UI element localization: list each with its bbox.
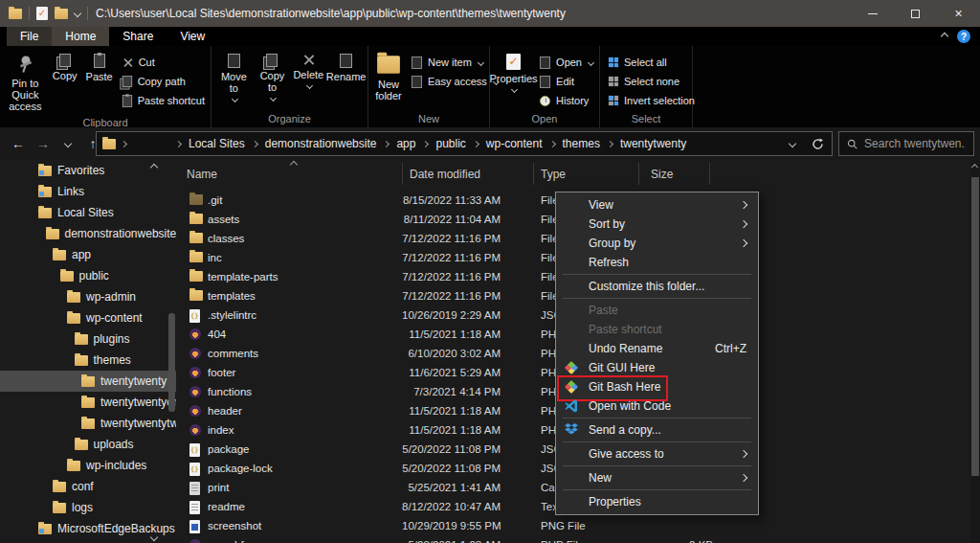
ribbon-button-easy-access[interactable]: Easy access: [407, 73, 502, 90]
search-box[interactable]: [838, 131, 974, 156]
breadcrumb-segment[interactable]: themes: [557, 137, 606, 150]
ribbon-button-move-to[interactable]: Move to: [215, 50, 253, 105]
ribbon-button-copy-to[interactable]: Copy to: [255, 50, 291, 104]
sidebar-item-plugins[interactable]: plugins: [0, 328, 176, 350]
scrollbar-up-icon[interactable]: [971, 164, 978, 170]
sidebar-item-uploads[interactable]: uploads: [0, 434, 176, 455]
sidebar-item-themes[interactable]: themes: [0, 350, 176, 371]
ribbon-button-copy-path[interactable]: Copy path: [118, 73, 209, 90]
breadcrumb-chevron-icon[interactable]: [422, 140, 429, 147]
column-header-date-modified[interactable]: Date modified: [410, 168, 480, 181]
ribbon-button-cut[interactable]: Cut: [118, 54, 209, 71]
breadcrumb-segment[interactable]: Local Sites: [183, 137, 251, 150]
ribbon-button-new-item[interactable]: New item: [407, 54, 502, 71]
breadcrumb-segment[interactable]: wp-content: [480, 137, 548, 150]
column-separator[interactable]: [709, 163, 710, 185]
ribbon-button-open[interactable]: Open: [535, 54, 597, 71]
collapse-ribbon-icon[interactable]: [941, 33, 948, 40]
sidebar-item-twentytwentytwo[interactable]: twentytwentytwo: [0, 413, 176, 434]
menu-item-new[interactable]: New: [556, 468, 758, 487]
customize-qat-chevron-icon[interactable]: [74, 10, 81, 17]
breadcrumb-segment[interactable]: demonstrationwebsite: [259, 137, 383, 150]
menu-item-git-bash-here[interactable]: Git Bash Here: [556, 377, 758, 396]
menu-item-properties[interactable]: Properties: [556, 492, 758, 511]
sidebar-item-app[interactable]: app: [0, 244, 176, 265]
forward-button[interactable]: →: [31, 131, 56, 156]
search-input[interactable]: [864, 137, 966, 150]
sidebar-item-wp-content[interactable]: wp-content: [0, 307, 176, 328]
tab-view[interactable]: View: [167, 27, 218, 46]
ribbon-button-edit[interactable]: Edit: [535, 73, 597, 90]
sidebar-item-favorites[interactable]: Favorites: [0, 160, 176, 181]
menu-item-undo-rename[interactable]: Undo RenameCtrl+Z: [556, 339, 758, 358]
help-icon[interactable]: ?: [957, 30, 970, 43]
ribbon-button-rename[interactable]: Rename: [326, 50, 366, 86]
sidebar-item-links[interactable]: Links: [0, 181, 176, 202]
ribbon-button-history[interactable]: History: [535, 92, 597, 109]
sidebar-item-wp-includes[interactable]: wp-includes: [0, 455, 176, 476]
breadcrumb-segment[interactable]: app: [390, 137, 421, 150]
ribbon-button-paste-shortcut[interactable]: Paste shortcut: [118, 92, 209, 109]
column-header-size[interactable]: Size: [651, 168, 673, 181]
column-separator[interactable]: [638, 163, 639, 185]
ribbon-button-select-none[interactable]: Select none: [604, 73, 699, 90]
menu-item-sort-by[interactable]: Sort by: [556, 215, 758, 234]
table-row[interactable]: searchform5/28/2021 1:28 AMPHP File2 KB: [176, 536, 980, 543]
sidebar-scrollbar-thumb[interactable]: [168, 313, 175, 412]
sidebar-item-public[interactable]: public: [0, 265, 176, 286]
column-separator[interactable]: [402, 163, 403, 185]
breadcrumb-chevron-icon[interactable]: [607, 140, 613, 147]
column-separator[interactable]: [533, 163, 534, 185]
recent-locations-chevron[interactable]: [56, 131, 80, 156]
breadcrumb-chevron-icon[interactable]: [473, 140, 479, 147]
breadcrumb-chevron-icon[interactable]: [548, 140, 555, 147]
tab-home[interactable]: Home: [52, 27, 109, 46]
menu-item-view[interactable]: View: [556, 195, 758, 215]
ribbon-button-properties[interactable]: ✓Properties: [494, 50, 533, 96]
sidebar-item-local-sites[interactable]: Local Sites: [0, 202, 176, 223]
menu-item-open-with-code[interactable]: Open with Code: [556, 396, 758, 416]
ribbon-button-pin-to-quick-access[interactable]: Pin to Quick access: [4, 50, 47, 116]
tab-file[interactable]: File: [7, 27, 52, 46]
menu-item-paste[interactable]: Paste: [556, 301, 758, 320]
minimize-button[interactable]: [851, 0, 894, 27]
ribbon-button-invert-selection[interactable]: Invert selection: [604, 92, 699, 109]
scrollbar-thumb[interactable]: [971, 177, 979, 476]
menu-item-git-gui-here[interactable]: Git GUI Here: [556, 358, 758, 377]
menu-item-group-by[interactable]: Group by: [556, 234, 758, 253]
sidebar-item-wp-admin[interactable]: wp-admin: [0, 286, 176, 307]
back-button[interactable]: ←: [6, 131, 31, 156]
close-button[interactable]: ×: [937, 0, 980, 27]
maximize-button[interactable]: [894, 0, 937, 27]
table-row[interactable]: screenshot10/29/2019 9:55 PMPNG File: [176, 517, 980, 536]
breadcrumb-segment[interactable]: twentytwenty: [614, 137, 692, 150]
ribbon-button-select-all[interactable]: Select all: [604, 54, 699, 71]
properties-qat-icon[interactable]: ✓: [36, 7, 48, 20]
refresh-button[interactable]: [805, 132, 830, 155]
breadcrumb-segment[interactable]: public: [430, 137, 471, 150]
sidebar-item-conf[interactable]: conf: [0, 476, 176, 497]
ribbon-button-delete[interactable]: Delete: [292, 50, 324, 92]
folder-qat-icon[interactable]: [55, 9, 68, 19]
breadcrumb-chevron-icon[interactable]: [121, 140, 127, 147]
menu-item-refresh[interactable]: Refresh: [556, 253, 758, 272]
menu-item-paste-shortcut[interactable]: Paste shortcut: [556, 320, 758, 339]
menu-item-give-access-to[interactable]: Give access to: [556, 444, 758, 464]
sidebar-item-logs[interactable]: logs: [0, 497, 176, 518]
tab-share[interactable]: Share: [109, 27, 167, 46]
column-header-name[interactable]: Name: [187, 168, 217, 181]
ribbon-button-new-folder[interactable]: New folder: [372, 50, 405, 105]
sidebar-item-twentytwenty[interactable]: twentytwenty: [0, 371, 176, 392]
window-scrollbar[interactable]: [970, 160, 980, 543]
address-bar[interactable]: Local Sitesdemonstrationwebsiteapppublic…: [96, 131, 833, 156]
ribbon-button-copy[interactable]: Copy: [49, 50, 81, 85]
address-history-chevron[interactable]: [780, 132, 805, 155]
breadcrumb-chevron-icon[interactable]: [383, 140, 390, 147]
breadcrumb-chevron-icon[interactable]: [175, 140, 182, 147]
breadcrumb-chevron-icon[interactable]: [252, 140, 258, 147]
sidebar-item-demonstrationwebsite[interactable]: demonstrationwebsite: [0, 223, 176, 244]
sidebar-item-twentytwentyone[interactable]: twentytwentyone: [0, 392, 176, 413]
menu-item-send-a-copy-[interactable]: Send a copy...: [556, 420, 758, 440]
column-header-type[interactable]: Type: [541, 168, 566, 181]
ribbon-button-paste[interactable]: Paste: [83, 50, 116, 86]
